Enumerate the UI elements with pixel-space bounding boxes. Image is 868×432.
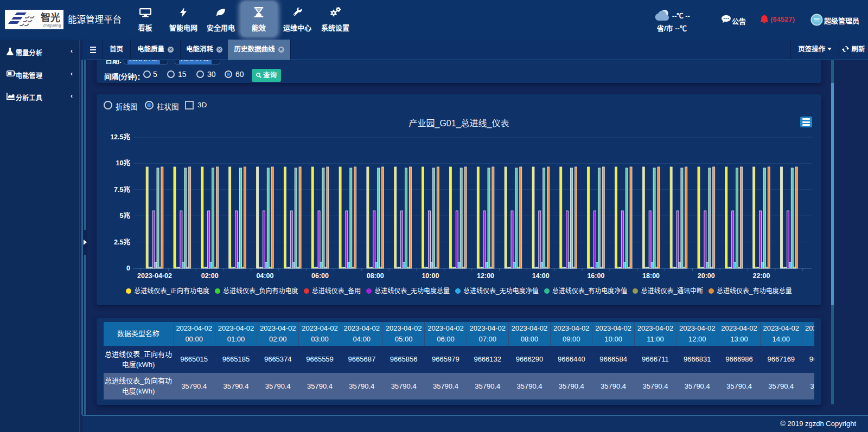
- svg-text:16:00: 16:00: [587, 272, 604, 280]
- svg-text:02:00: 02:00: [201, 272, 219, 280]
- svg-text:12:00: 12:00: [477, 272, 494, 280]
- svg-text:06:00: 06:00: [311, 272, 329, 280]
- svg-text:10:00: 10:00: [422, 272, 439, 280]
- svg-text:5兆: 5兆: [120, 211, 131, 220]
- svg-text:20:00: 20:00: [698, 272, 715, 280]
- svg-text:2.5兆: 2.5兆: [114, 238, 130, 246]
- svg-text:08:00: 08:00: [367, 272, 384, 280]
- svg-text:12.5兆: 12.5兆: [110, 133, 130, 141]
- svg-text:18:00: 18:00: [642, 272, 660, 280]
- svg-text:Zhiguang: Zhiguang: [43, 23, 61, 28]
- svg-text:22:00: 22:00: [753, 272, 770, 280]
- svg-text:14:00: 14:00: [532, 272, 550, 280]
- svg-text:7.5兆: 7.5兆: [114, 185, 130, 194]
- svg-text:0: 0: [126, 265, 130, 272]
- svg-text:04:00: 04:00: [256, 272, 273, 280]
- svg-text:10兆: 10兆: [116, 159, 131, 167]
- svg-text:智光: 智光: [41, 12, 60, 23]
- svg-text:2023-04-02: 2023-04-02: [137, 272, 172, 280]
